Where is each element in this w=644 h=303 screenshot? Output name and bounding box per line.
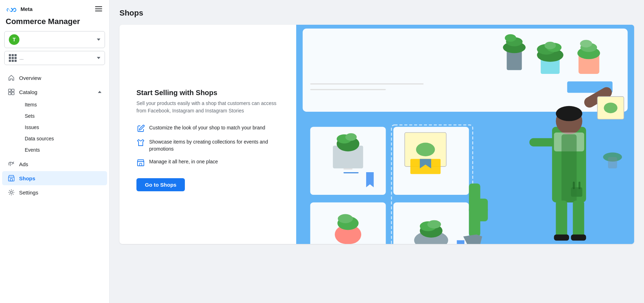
shops-card-left: Start Selling with Shops Sell your produ… (119, 25, 296, 244)
svg-point-22 (580, 40, 592, 47)
catalog-label: Catalog (19, 89, 37, 95)
svg-rect-23 (310, 83, 424, 85)
catalog-chevron-icon (97, 57, 100, 59)
svg-rect-2 (8, 92, 11, 95)
svg-rect-4 (8, 177, 14, 181)
svg-rect-24 (310, 89, 386, 90)
account-selector[interactable]: T (4, 31, 105, 48)
catalog-sub-items: Items Sets Issues Data sources Events (0, 99, 109, 157)
svg-point-58 (604, 103, 617, 113)
store-icon (136, 158, 145, 167)
svg-rect-59 (529, 138, 556, 147)
svg-rect-65 (571, 234, 586, 240)
svg-rect-3 (12, 92, 14, 95)
svg-rect-50 (476, 199, 488, 221)
catalog-selector[interactable]: ... (4, 51, 105, 65)
catalog-name: ... (19, 55, 97, 61)
sets-label: Sets (25, 113, 35, 119)
events-label: Events (25, 147, 40, 153)
sidebar: Meta Commerce Manager T ... Overview (0, 0, 110, 303)
feature-customize-text: Customize the look of your shop to match… (149, 124, 265, 132)
sidebar-item-events[interactable]: Events (19, 144, 107, 156)
sidebar-item-overview-label: Overview (19, 75, 41, 81)
main-content: Shops Start Selling with Shops Sell your… (110, 0, 644, 303)
sidebar-item-issues[interactable]: Issues (19, 122, 107, 133)
issues-label: Issues (25, 124, 39, 130)
page-title: Shops (119, 8, 634, 18)
sidebar-item-overview[interactable]: Overview (2, 71, 107, 85)
catalog-header[interactable]: Catalog (2, 85, 107, 99)
feature-item-customize: Customize the look of your shop to match… (136, 124, 279, 133)
sidebar-item-settings[interactable]: Settings (2, 185, 107, 199)
settings-label: Settings (19, 190, 38, 196)
svg-point-13 (505, 34, 516, 42)
settings-icon (8, 189, 15, 196)
shops-card-heading: Start Selling with Shops (136, 89, 279, 97)
svg-point-46 (427, 220, 441, 229)
home-icon (8, 74, 15, 81)
svg-rect-62 (556, 200, 567, 238)
account-chevron-icon (97, 39, 100, 41)
svg-point-35 (416, 143, 435, 156)
svg-rect-52 (608, 157, 617, 168)
meta-logo: Meta (6, 5, 33, 12)
sidebar-item-shops[interactable]: Shops (2, 171, 107, 185)
svg-point-30 (345, 133, 357, 141)
svg-point-55 (556, 106, 582, 121)
catalog-grid-icon (9, 54, 17, 62)
go-to-shops-button[interactable]: Go to Shops (136, 178, 185, 191)
shops-illustration (296, 25, 634, 244)
shops-card-description: Sell your products easily with a shop th… (136, 100, 279, 115)
svg-rect-66 (571, 187, 582, 197)
feature-manage-text: Manage it all here, in one place (149, 158, 218, 165)
svg-rect-68 (579, 182, 580, 189)
sidebar-header: Meta (0, 0, 109, 16)
svg-rect-31 (344, 168, 353, 169)
hamburger-button[interactable] (94, 5, 104, 13)
account-avatar: T (9, 34, 19, 45)
svg-point-40 (338, 214, 353, 223)
main-nav: Overview Catalog Items (0, 69, 109, 201)
svg-rect-67 (573, 182, 575, 189)
svg-rect-64 (554, 234, 569, 240)
items-label: Items (25, 102, 37, 107)
svg-rect-0 (8, 89, 11, 92)
data-sources-label: Data sources (25, 136, 54, 141)
svg-rect-32 (344, 172, 359, 173)
sidebar-item-catalog: Catalog Items Sets Issues Data sources (0, 85, 109, 157)
sidebar-item-sets[interactable]: Sets (19, 110, 107, 122)
shirt-icon (136, 139, 145, 147)
brand-name: Meta (21, 6, 33, 12)
feature-item-showcase: Showcase items by creating collections f… (136, 139, 279, 152)
app-title: Commerce Manager (0, 16, 109, 31)
catalog-icon (8, 88, 15, 95)
svg-rect-1 (12, 89, 14, 92)
shops-icon (8, 175, 15, 182)
svg-point-18 (545, 42, 556, 49)
ads-label: Ads (19, 161, 28, 167)
svg-rect-63 (573, 200, 584, 238)
feature-showcase-text: Showcase items by creating collections f… (149, 139, 279, 152)
shops-card: Start Selling with Shops Sell your produ… (119, 25, 634, 244)
catalog-chevron-up-icon (98, 91, 101, 93)
feature-item-manage: Manage it all here, in one place (136, 158, 279, 167)
svg-point-6 (10, 191, 12, 193)
pencil-icon (136, 124, 145, 133)
shops-label: Shops (19, 175, 35, 181)
feature-list: Customize the look of your shop to match… (136, 124, 279, 167)
sidebar-item-data-sources[interactable]: Data sources (19, 133, 107, 144)
svg-rect-7 (140, 163, 142, 166)
svg-rect-5 (10, 179, 12, 181)
ads-icon (8, 161, 15, 168)
sidebar-item-ads[interactable]: Ads (2, 157, 107, 171)
sidebar-item-items[interactable]: Items (19, 99, 107, 110)
